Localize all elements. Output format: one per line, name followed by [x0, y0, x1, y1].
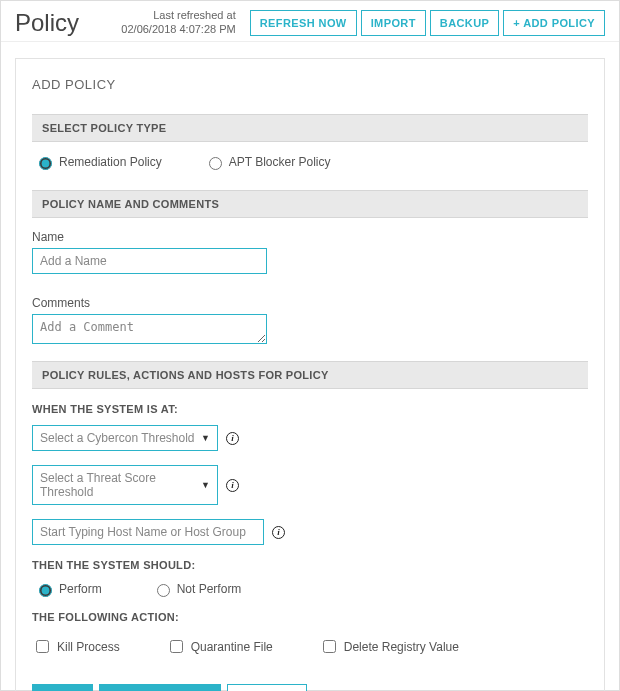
last-refreshed-time: 02/06/2018 4:07:28 PM	[79, 23, 236, 37]
info-icon[interactable]: i	[272, 526, 285, 539]
radio-apt-blocker-label: APT Blocker Policy	[229, 155, 331, 169]
policy-type-radios: Remediation Policy APT Blocker Policy	[32, 154, 588, 170]
then-label: THEN THE SYSTEM SHOULD:	[32, 559, 588, 571]
backup-button[interactable]: BACKUP	[430, 10, 499, 36]
chk-kill-process[interactable]: Kill Process	[32, 637, 120, 656]
header-bar: Policy Last refreshed at 02/06/2018 4:07…	[1, 1, 619, 42]
panel-title: ADD POLICY	[32, 77, 588, 92]
chk-kill-process-label: Kill Process	[57, 640, 120, 654]
page-title: Policy	[15, 9, 79, 37]
comments-label: Comments	[32, 296, 588, 310]
radio-not-perform[interactable]: Not Perform	[152, 581, 242, 597]
threat-score-select[interactable]: Select a Threat Score Threshold ▼	[32, 465, 218, 505]
info-icon[interactable]: i	[226, 432, 239, 445]
radio-apt-blocker[interactable]: APT Blocker Policy	[204, 154, 331, 170]
chevron-down-icon: ▼	[201, 433, 210, 443]
app-window: Policy Last refreshed at 02/06/2018 4:07…	[0, 0, 620, 691]
radio-not-perform-label: Not Perform	[177, 582, 242, 596]
action-checkboxes: Kill Process Quarantine File Delete Regi…	[32, 633, 588, 684]
radio-perform-label: Perform	[59, 582, 102, 596]
chk-quarantine-file[interactable]: Quarantine File	[166, 637, 273, 656]
threat-score-value: Select a Threat Score Threshold	[40, 471, 201, 499]
save-close-button[interactable]: SAVE & CLOSE	[99, 684, 220, 691]
cancel-button[interactable]: CANCEL	[227, 684, 307, 691]
host-input[interactable]	[32, 519, 264, 545]
chk-kill-process-input[interactable]	[36, 640, 49, 653]
comments-input[interactable]	[32, 314, 267, 344]
name-input[interactable]	[32, 248, 267, 274]
cybercon-threshold-select[interactable]: Select a Cybercon Threshold ▼	[32, 425, 218, 451]
chk-delete-registry-label: Delete Registry Value	[344, 640, 459, 654]
radio-remediation-input[interactable]	[39, 157, 52, 170]
radio-remediation-label: Remediation Policy	[59, 155, 162, 169]
following-action-label: THE FOLLOWING ACTION:	[32, 611, 588, 623]
chk-delete-registry[interactable]: Delete Registry Value	[319, 637, 459, 656]
chevron-down-icon: ▼	[201, 480, 210, 490]
last-refreshed-label: Last refreshed at	[79, 9, 236, 23]
last-refreshed: Last refreshed at 02/06/2018 4:07:28 PM	[79, 9, 246, 37]
chk-quarantine-file-label: Quarantine File	[191, 640, 273, 654]
refresh-now-button[interactable]: REFRESH NOW	[250, 10, 357, 36]
cybercon-threshold-value: Select a Cybercon Threshold	[40, 431, 195, 445]
chk-delete-registry-input[interactable]	[323, 640, 336, 653]
save-button[interactable]: SAVE	[32, 684, 93, 691]
section-policy-name: POLICY NAME AND COMMENTS	[32, 190, 588, 218]
add-policy-panel: ADD POLICY SELECT POLICY TYPE Remediatio…	[15, 58, 605, 691]
radio-apt-blocker-input[interactable]	[209, 157, 222, 170]
chk-quarantine-file-input[interactable]	[170, 640, 183, 653]
form-buttons: SAVE SAVE & CLOSE CANCEL	[32, 684, 588, 691]
radio-perform-input[interactable]	[39, 584, 52, 597]
radio-remediation[interactable]: Remediation Policy	[34, 154, 162, 170]
radio-not-perform-input[interactable]	[157, 584, 170, 597]
info-icon[interactable]: i	[226, 479, 239, 492]
when-label: WHEN THE SYSTEM IS AT:	[32, 403, 588, 415]
section-rules: POLICY RULES, ACTIONS AND HOSTS FOR POLI…	[32, 361, 588, 389]
add-policy-button[interactable]: + ADD POLICY	[503, 10, 605, 36]
name-label: Name	[32, 230, 588, 244]
import-button[interactable]: IMPORT	[361, 10, 426, 36]
radio-perform[interactable]: Perform	[34, 581, 102, 597]
section-select-policy-type: SELECT POLICY TYPE	[32, 114, 588, 142]
